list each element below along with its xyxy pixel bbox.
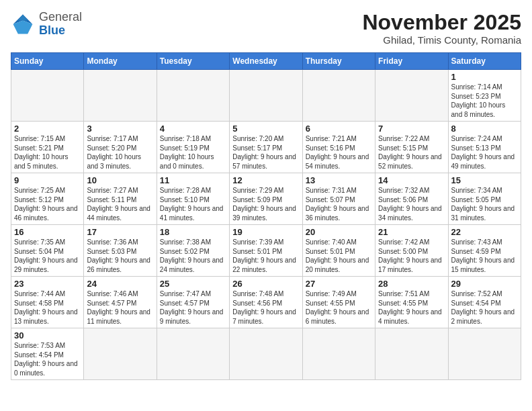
calendar-cell: 9Sunrise: 7:25 AM Sunset: 5:12 PM Daylig…: [11, 173, 84, 225]
calendar-table: Sunday Monday Tuesday Wednesday Thursday…: [11, 52, 521, 380]
calendar-cell: [448, 328, 521, 380]
title-block: November 2025 Ghilad, Timis County, Roma…: [362, 11, 521, 46]
day-info: Sunrise: 7:14 AM Sunset: 5:23 PM Dayligh…: [451, 83, 518, 119]
day-number: 3: [87, 124, 153, 134]
logo-text: General Blue: [39, 11, 82, 38]
calendar-cell: 17Sunrise: 7:36 AM Sunset: 5:03 PM Dayli…: [84, 225, 157, 277]
calendar-cell: [375, 70, 448, 122]
day-number: 26: [232, 279, 299, 289]
calendar-week-3: 16Sunrise: 7:35 AM Sunset: 5:04 PM Dayli…: [11, 225, 521, 277]
day-info: Sunrise: 7:28 AM Sunset: 5:10 PM Dayligh…: [160, 186, 226, 222]
day-number: 4: [160, 124, 226, 134]
day-number: 16: [14, 227, 81, 237]
calendar-cell: 21Sunrise: 7:42 AM Sunset: 5:00 PM Dayli…: [375, 225, 448, 277]
calendar-cell: 18Sunrise: 7:38 AM Sunset: 5:02 PM Dayli…: [157, 225, 229, 277]
day-number: 22: [451, 227, 518, 237]
day-number: 2: [14, 124, 81, 134]
day-info: Sunrise: 7:39 AM Sunset: 5:01 PM Dayligh…: [232, 238, 299, 274]
svg-marker-2: [18, 14, 28, 20]
day-number: 12: [232, 175, 299, 185]
day-info: Sunrise: 7:36 AM Sunset: 5:03 PM Dayligh…: [87, 238, 153, 274]
day-info: Sunrise: 7:20 AM Sunset: 5:17 PM Dayligh…: [232, 134, 299, 171]
calendar-cell: 25Sunrise: 7:47 AM Sunset: 4:57 PM Dayli…: [157, 277, 229, 328]
logo-general: General: [39, 10, 82, 24]
calendar-cell: [84, 328, 157, 380]
logo: General Blue: [11, 11, 82, 38]
calendar-cell: 6Sunrise: 7:21 AM Sunset: 5:16 PM Daylig…: [302, 122, 375, 173]
calendar-cell: 15Sunrise: 7:34 AM Sunset: 5:05 PM Dayli…: [448, 173, 521, 225]
day-info: Sunrise: 7:15 AM Sunset: 5:21 PM Dayligh…: [14, 134, 81, 171]
calendar-cell: 28Sunrise: 7:51 AM Sunset: 4:55 PM Dayli…: [375, 277, 448, 328]
day-info: Sunrise: 7:17 AM Sunset: 5:20 PM Dayligh…: [87, 134, 153, 171]
calendar-week-4: 23Sunrise: 7:44 AM Sunset: 4:58 PM Dayli…: [11, 277, 521, 328]
calendar-body: 1Sunrise: 7:14 AM Sunset: 5:23 PM Daylig…: [11, 70, 521, 380]
calendar-week-0: 1Sunrise: 7:14 AM Sunset: 5:23 PM Daylig…: [11, 70, 521, 122]
day-info: Sunrise: 7:43 AM Sunset: 4:59 PM Dayligh…: [451, 238, 518, 274]
calendar-cell: 27Sunrise: 7:49 AM Sunset: 4:55 PM Dayli…: [302, 277, 375, 328]
day-number: 7: [378, 124, 445, 134]
day-number: 21: [378, 227, 445, 237]
day-info: Sunrise: 7:40 AM Sunset: 5:01 PM Dayligh…: [306, 238, 372, 274]
day-number: 25: [160, 279, 226, 289]
calendar-cell: 11Sunrise: 7:28 AM Sunset: 5:10 PM Dayli…: [157, 173, 229, 225]
logo-icon: [11, 12, 35, 36]
day-number: 9: [14, 175, 81, 185]
calendar-week-5: 30Sunrise: 7:53 AM Sunset: 4:54 PM Dayli…: [11, 328, 521, 380]
day-info: Sunrise: 7:49 AM Sunset: 4:55 PM Dayligh…: [306, 289, 372, 326]
month-title: November 2025: [362, 11, 521, 34]
calendar-week-1: 2Sunrise: 7:15 AM Sunset: 5:21 PM Daylig…: [11, 122, 521, 173]
calendar-cell: 23Sunrise: 7:44 AM Sunset: 4:58 PM Dayli…: [11, 277, 84, 328]
day-number: 6: [306, 124, 372, 134]
day-number: 23: [14, 279, 81, 289]
day-info: Sunrise: 7:31 AM Sunset: 5:07 PM Dayligh…: [306, 186, 372, 222]
calendar-cell: 26Sunrise: 7:48 AM Sunset: 4:56 PM Dayli…: [230, 277, 302, 328]
day-number: 29: [451, 279, 518, 289]
header-monday: Monday: [84, 53, 157, 70]
calendar-header: Sunday Monday Tuesday Wednesday Thursday…: [11, 53, 521, 70]
header-thursday: Thursday: [302, 53, 375, 70]
calendar-cell: 20Sunrise: 7:40 AM Sunset: 5:01 PM Dayli…: [302, 225, 375, 277]
calendar-cell: 5Sunrise: 7:20 AM Sunset: 5:17 PM Daylig…: [230, 122, 302, 173]
day-info: Sunrise: 7:48 AM Sunset: 4:56 PM Dayligh…: [232, 289, 299, 326]
day-number: 10: [87, 175, 153, 185]
day-info: Sunrise: 7:46 AM Sunset: 4:57 PM Dayligh…: [87, 289, 153, 326]
calendar-cell: 16Sunrise: 7:35 AM Sunset: 5:04 PM Dayli…: [11, 225, 84, 277]
calendar-cell: [302, 70, 375, 122]
calendar-page: General Blue November 2025 Ghilad, Timis…: [0, 0, 532, 411]
calendar-cell: 2Sunrise: 7:15 AM Sunset: 5:21 PM Daylig…: [11, 122, 84, 173]
header-sunday: Sunday: [11, 53, 84, 70]
header-friday: Friday: [375, 53, 448, 70]
day-info: Sunrise: 7:38 AM Sunset: 5:02 PM Dayligh…: [160, 238, 226, 274]
calendar-cell: 24Sunrise: 7:46 AM Sunset: 4:57 PM Dayli…: [84, 277, 157, 328]
calendar-cell: [230, 328, 302, 380]
header-row: Sunday Monday Tuesday Wednesday Thursday…: [11, 53, 521, 70]
calendar-cell: [157, 328, 229, 380]
day-info: Sunrise: 7:53 AM Sunset: 4:54 PM Dayligh…: [14, 341, 81, 377]
calendar-cell: 22Sunrise: 7:43 AM Sunset: 4:59 PM Dayli…: [448, 225, 521, 277]
day-info: Sunrise: 7:34 AM Sunset: 5:05 PM Dayligh…: [451, 186, 518, 222]
day-info: Sunrise: 7:25 AM Sunset: 5:12 PM Dayligh…: [14, 186, 81, 222]
calendar-cell: [11, 70, 84, 122]
day-info: Sunrise: 7:35 AM Sunset: 5:04 PM Dayligh…: [14, 238, 81, 274]
header-tuesday: Tuesday: [157, 53, 229, 70]
calendar-cell: 30Sunrise: 7:53 AM Sunset: 4:54 PM Dayli…: [11, 328, 84, 380]
day-number: 11: [160, 175, 226, 185]
calendar-cell: 7Sunrise: 7:22 AM Sunset: 5:15 PM Daylig…: [375, 122, 448, 173]
calendar-cell: [302, 328, 375, 380]
day-number: 24: [87, 279, 153, 289]
day-info: Sunrise: 7:44 AM Sunset: 4:58 PM Dayligh…: [14, 289, 81, 326]
day-info: Sunrise: 7:29 AM Sunset: 5:09 PM Dayligh…: [232, 186, 299, 222]
calendar-cell: 14Sunrise: 7:32 AM Sunset: 5:06 PM Dayli…: [375, 173, 448, 225]
day-info: Sunrise: 7:51 AM Sunset: 4:55 PM Dayligh…: [378, 289, 445, 326]
day-number: 13: [306, 175, 372, 185]
header-saturday: Saturday: [448, 53, 521, 70]
calendar-cell: [84, 70, 157, 122]
day-number: 30: [14, 330, 81, 340]
calendar-cell: 19Sunrise: 7:39 AM Sunset: 5:01 PM Dayli…: [230, 225, 302, 277]
logo-blue: Blue: [39, 24, 65, 37]
day-info: Sunrise: 7:24 AM Sunset: 5:13 PM Dayligh…: [451, 134, 518, 171]
location-title: Ghilad, Timis County, Romania: [362, 34, 521, 46]
day-number: 17: [87, 227, 153, 237]
day-number: 19: [232, 227, 299, 237]
header-wednesday: Wednesday: [230, 53, 302, 70]
